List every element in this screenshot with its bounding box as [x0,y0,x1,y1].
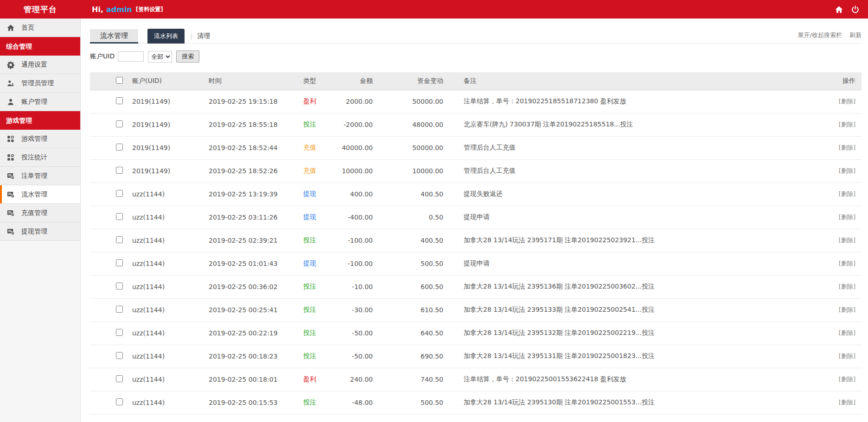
cell-amount: -100.00 [330,252,377,275]
top-header: 管理平台 Hi, admin [资料设置] [0,0,868,19]
cell-type: 投注 [289,345,330,368]
sidebar-item-admin-management[interactable]: 管理员管理 [0,74,80,93]
cell-amount: -400.00 [330,206,377,229]
cell-account: uzz(1144) [132,252,208,275]
refresh-link[interactable]: 刷新 [849,31,862,39]
cell-time: 2019-02-25 18:52:26 [208,159,289,183]
row-checkbox[interactable] [116,283,123,290]
delete-link[interactable]: [删除] [839,260,855,267]
delete-link[interactable]: [删除] [839,306,855,313]
cell-balance: 600.50 [377,275,448,298]
row-checkbox[interactable] [116,167,123,174]
delete-link[interactable]: [删除] [839,399,855,406]
table-header-row: 账户(UID) 时间 类型 金额 资金变动 备注 操作 [90,72,862,90]
cell-time: 2019-02-25 00:25:41 [208,298,289,321]
delete-link[interactable]: [删除] [839,167,855,174]
tab-flow-management[interactable]: 流水管理 [90,29,138,44]
delete-link[interactable]: [删除] [839,329,855,336]
sidebar-item-flow-management[interactable]: 流水管理 [0,185,80,204]
cell-type: 投注 [289,229,330,252]
table-row: uzz(1144) 2019-02-25 13:19:39 提现 400.00 … [90,183,862,206]
delete-link[interactable]: [删除] [839,283,855,290]
cell-amount: 2000.00 [330,90,377,113]
cell-remark: 加拿大28 13/14玩法 2395136期 注单20190225003602.… [448,275,811,298]
table-row: 2019(1149) 2019-02-25 18:52:26 充值 10000.… [90,159,862,183]
cell-remark: 提现申请 [448,252,811,275]
row-checkbox[interactable] [116,306,123,313]
home-icon [6,23,15,32]
cell-amount: 40000.00 [330,136,377,159]
sidebar-item-order-management[interactable]: 注单管理 [0,167,80,185]
delete-link[interactable]: [删除] [839,144,855,151]
select-all-checkbox[interactable] [116,77,123,84]
sidebar-item-label: 注单管理 [21,172,47,180]
toolbar-links: 展开/收起搜索栏 刷新 [798,31,862,39]
delete-link[interactable]: [删除] [839,237,855,244]
row-checkbox[interactable] [116,352,123,359]
admin-group-icon [6,79,15,88]
sidebar-item-general-settings[interactable]: 通用设置 [0,56,80,74]
sidebar-item-deposit-management[interactable]: 充值管理 [0,204,80,222]
delete-link[interactable]: [删除] [839,353,855,359]
row-checkbox[interactable] [116,259,123,266]
logout-power-icon[interactable] [851,5,860,14]
row-checkbox[interactable] [116,190,123,197]
cell-remark: 提现失败返还 [448,183,811,206]
user-greeting: Hi, admin [资料设置] [92,5,163,14]
row-checkbox[interactable] [116,329,123,336]
sidebar-item-bet-statistics[interactable]: 投注统计 [0,148,80,167]
row-checkbox[interactable] [116,97,123,104]
cell-amount: 240.00 [330,368,377,391]
table-row: uzz(1144) 2019-02-25 00:36:02 投注 -10.00 … [90,275,862,298]
tab-flow-list[interactable]: 流水列表 [147,29,185,44]
cell-remark: 加拿大28 13/14玩法 2395133期 注单20190225002541.… [448,298,811,321]
col-amount: 金额 [330,72,377,90]
delete-link[interactable]: [删除] [839,376,855,383]
table-row: 2019(1149) 2019-02-25 18:52:44 充值 40000.… [90,136,862,159]
type-select[interactable]: 全部 [148,51,172,63]
cell-account: uzz(1144) [132,391,208,414]
flow-table: 账户(UID) 时间 类型 金额 资金变动 备注 操作 2019(1149) 2… [90,72,862,415]
cell-remark: 加拿大28 13/14玩法 2395131期 注单20190225001823.… [448,345,811,368]
delete-link[interactable]: [删除] [839,98,855,105]
row-checkbox[interactable] [116,213,123,220]
sidebar-item-home[interactable]: 首页 [0,19,80,37]
cell-amount: -48.00 [330,391,377,414]
cell-balance: 0.50 [377,206,448,229]
row-checkbox[interactable] [116,120,123,127]
cell-remark: 提现申请 [448,206,811,229]
toggle-search-link[interactable]: 展开/收起搜索栏 [798,31,842,39]
cell-remark: 管理后台人工充值 [448,136,811,159]
sidebar-item-withdraw-management[interactable]: 提现管理 [0,222,80,241]
cell-time: 2019-02-25 19:15:18 [208,90,289,113]
tab-clean[interactable]: 清理 [197,32,210,40]
row-checkbox[interactable] [116,398,123,405]
cell-remark: 加拿大28 13/14玩法 2395171期 注单20190225023921.… [448,229,811,252]
home-icon[interactable] [835,5,843,14]
cell-balance: 500.50 [377,391,448,414]
col-account: 账户(UID) [132,72,208,90]
sidebar-item-label: 游戏管理 [21,135,47,143]
header-icons [835,5,860,14]
sidebar-item-account-management[interactable]: 账户管理 [0,93,80,111]
profile-settings-link[interactable]: [资料设置] [136,6,163,13]
delete-link[interactable]: [删除] [839,190,855,197]
sidebar-item-label: 账户管理 [21,98,47,106]
delete-link[interactable]: [删除] [839,214,855,220]
search-button[interactable]: 搜索 [176,50,199,63]
table-row: uzz(1144) 2019-02-25 00:18:23 投注 -50.00 … [90,345,862,368]
cell-time: 2019-02-25 00:18:01 [208,368,289,391]
cell-remark: 加拿大28 13/14玩法 2395132期 注单20190225002219.… [448,321,811,345]
row-checkbox[interactable] [116,236,123,243]
uid-input[interactable] [118,51,144,62]
row-checkbox[interactable] [116,375,123,382]
sidebar-section-general: 综合管理 [0,37,80,56]
delete-link[interactable]: [删除] [839,121,855,128]
sidebar-item-label: 管理员管理 [21,79,54,88]
cell-balance: 640.50 [377,321,448,345]
sidebar-item-game-management[interactable]: 游戏管理 [0,130,80,148]
row-checkbox[interactable] [116,144,123,151]
cell-amount: -10.00 [330,275,377,298]
cell-time: 2019-02-25 18:52:44 [208,136,289,159]
cell-remark: 注单结算，单号：20190225001553622418 盈利发放 [448,368,811,391]
